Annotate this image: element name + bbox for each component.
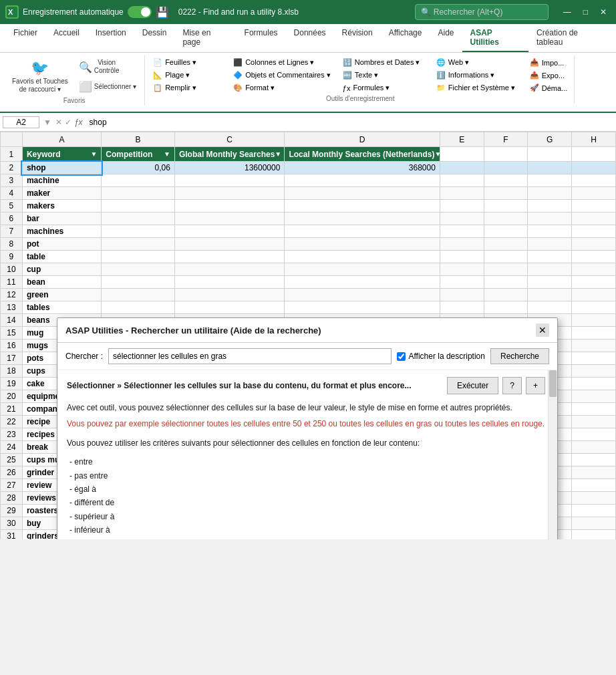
col-a-header[interactable]: A: [22, 132, 101, 147]
btn-web[interactable]: 🌐 Web ▾: [434, 57, 520, 68]
btn-colonnes[interactable]: ⬛ Colonnes et Lignes ▾: [230, 57, 333, 68]
btn-feuilles[interactable]: 📄 Feuilles ▾: [150, 57, 224, 68]
cell-local[interactable]: 368000: [285, 162, 440, 174]
show-desc-checkbox[interactable]: Afficher la description: [397, 352, 485, 361]
btn-plage[interactable]: 📐 Plage ▾: [150, 70, 224, 81]
help-btn[interactable]: ?: [502, 377, 522, 394]
cell-global[interactable]: [174, 213, 284, 225]
cell-global[interactable]: [174, 301, 284, 314]
col-d-header[interactable]: D: [285, 132, 440, 147]
asap-search-dialog[interactable]: ASAP Utilities - Rechercher un utilitair…: [57, 317, 558, 539]
cell-competition[interactable]: [102, 276, 175, 289]
cell-global[interactable]: [174, 263, 284, 276]
formula-confirm-icon[interactable]: ✓: [65, 118, 71, 127]
btn-remplir[interactable]: 📋 Remplir ▾: [150, 82, 224, 94]
exec-btn[interactable]: Exécuter: [447, 377, 498, 394]
cell-competition[interactable]: [102, 174, 175, 187]
cell-keyword[interactable]: maker: [22, 187, 101, 200]
cell-global[interactable]: [174, 174, 284, 187]
cell-competition[interactable]: [102, 301, 175, 314]
btn-selectionner[interactable]: ⬜ Sélectionner ▾: [75, 78, 140, 95]
search-input[interactable]: [108, 348, 392, 364]
tab-revision[interactable]: Révision: [334, 24, 381, 52]
col-b-header[interactable]: B: [102, 132, 175, 147]
cell-competition[interactable]: 0,06: [102, 162, 175, 174]
cell-keyword[interactable]: shop: [22, 162, 101, 174]
scrollbar-thumb[interactable]: [549, 370, 557, 397]
cell-global[interactable]: [174, 238, 284, 251]
tab-donnees[interactable]: Données: [286, 24, 334, 52]
btn-format[interactable]: 🎨 Format ▾: [230, 82, 333, 94]
cell-global[interactable]: [174, 289, 284, 301]
autosave-toggle[interactable]: [128, 6, 152, 18]
tab-dessin[interactable]: Dessin: [134, 24, 175, 52]
btn-nombres[interactable]: 🔢 Nombres et Dates ▾: [340, 57, 427, 68]
col-f-header[interactable]: F: [484, 132, 528, 147]
cell-global[interactable]: 13600000: [174, 162, 284, 174]
cell-keyword[interactable]: makers: [22, 200, 101, 213]
btn-import[interactable]: 📥 Impo...: [527, 57, 571, 68]
cell-local[interactable]: [285, 174, 440, 187]
cell-global[interactable]: [174, 225, 284, 238]
cell-competition[interactable]: [102, 200, 175, 213]
cell-global[interactable]: [174, 187, 284, 200]
btn-fichier[interactable]: 📁 Fichier et Système ▾: [434, 82, 520, 94]
formula-input[interactable]: [86, 117, 613, 128]
cell-local[interactable]: [285, 251, 440, 263]
show-desc-check[interactable]: [397, 352, 406, 361]
col-e-header[interactable]: E: [440, 132, 484, 147]
col-g-header[interactable]: G: [528, 132, 572, 147]
dialog-scrollbar[interactable]: [548, 370, 557, 539]
cell-global[interactable]: [174, 200, 284, 213]
col-c-header[interactable]: C: [174, 132, 284, 147]
tab-mise-en-page[interactable]: Mise en page: [174, 24, 236, 52]
cell-competition[interactable]: [102, 289, 175, 301]
tab-asap[interactable]: ASAP Utilities: [462, 24, 528, 52]
cell-keyword[interactable]: green: [22, 289, 101, 301]
btn-favoris[interactable]: 🐦 Favoris et Touchesde raccourci ▾: [8, 57, 72, 96]
cell-local[interactable]: [285, 238, 440, 251]
plus-btn[interactable]: +: [526, 377, 545, 394]
cell-reference[interactable]: [3, 116, 39, 128]
cell-global[interactable]: [174, 251, 284, 263]
cell-competition[interactable]: [102, 238, 175, 251]
cell-keyword[interactable]: table: [22, 251, 101, 263]
search-box[interactable]: 🔍 Rechercher (Alt+Q): [415, 4, 549, 20]
cell-keyword[interactable]: pot: [22, 238, 101, 251]
btn-informations[interactable]: ℹ️ Informations ▾: [434, 70, 520, 81]
cell-local[interactable]: [285, 200, 440, 213]
cell-local[interactable]: [285, 289, 440, 301]
cell-competition[interactable]: [102, 187, 175, 200]
cell-keyword[interactable]: machines: [22, 225, 101, 238]
cell-global[interactable]: [174, 276, 284, 289]
tab-formules[interactable]: Formules: [237, 24, 286, 52]
tab-creation[interactable]: Création de tableau: [528, 24, 611, 52]
btn-export[interactable]: 📤 Expo...: [527, 70, 571, 81]
btn-vision[interactable]: 🔍 VisionContrôle: [75, 57, 140, 77]
tab-fichier[interactable]: Fichier: [5, 24, 45, 52]
minimize-btn[interactable]: —: [559, 6, 575, 18]
tab-affichage[interactable]: Affichage: [381, 24, 430, 52]
cell-keyword[interactable]: bar: [22, 213, 101, 225]
close-btn[interactable]: ✕: [596, 6, 611, 18]
cell-keyword[interactable]: machine: [22, 174, 101, 187]
col-h-header[interactable]: H: [572, 132, 616, 147]
cell-local[interactable]: [285, 187, 440, 200]
btn-texte[interactable]: 🔤 Texte ▾: [340, 70, 427, 81]
cell-keyword[interactable]: cup: [22, 263, 101, 276]
cell-keyword[interactable]: bean: [22, 276, 101, 289]
cell-local[interactable]: [285, 225, 440, 238]
formula-fx-icon[interactable]: ƒx: [74, 118, 83, 127]
dialog-body[interactable]: Sélectionner » Sélectionner les cellules…: [57, 370, 557, 539]
btn-dema[interactable]: 🚀 Déma...: [527, 82, 571, 94]
formula-cancel-icon[interactable]: ✕: [55, 118, 62, 127]
cell-local[interactable]: [285, 263, 440, 276]
cell-keyword[interactable]: tables: [22, 301, 101, 314]
cell-local[interactable]: [285, 301, 440, 314]
cell-local[interactable]: [285, 276, 440, 289]
maximize-btn[interactable]: □: [579, 6, 592, 18]
recherche-btn[interactable]: Recherche: [490, 348, 549, 364]
tab-accueil[interactable]: Accueil: [45, 24, 88, 52]
save-icon[interactable]: 💾: [156, 6, 169, 19]
btn-formules-asap[interactable]: ƒx Formules ▾: [340, 82, 427, 94]
